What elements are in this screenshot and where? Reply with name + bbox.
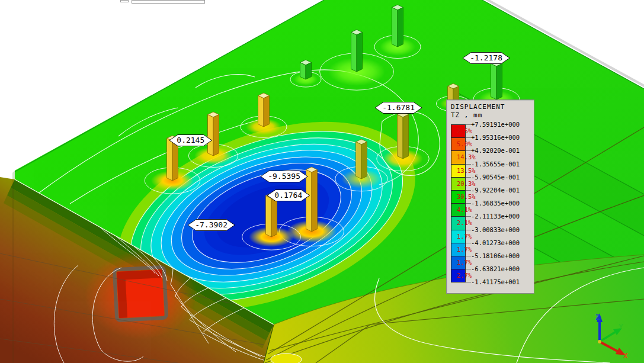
legend-tick	[466, 256, 471, 256]
probe-flag[interactable]: -1.2178	[463, 53, 510, 64]
z-axis-label: Z	[595, 313, 600, 322]
legend-bin-percent: 1.7%	[457, 246, 472, 253]
legend-tick	[466, 230, 471, 230]
pillar	[258, 93, 270, 127]
legend-boundary-value: -9.92204e-001	[471, 187, 520, 194]
probe-flag[interactable]: -9.5395	[261, 171, 307, 182]
legend-boundary-value: -5.90545e-001	[471, 174, 520, 181]
probe-flag-value: -1.2178	[470, 53, 502, 62]
pillar	[491, 61, 502, 99]
legend-tick	[466, 177, 471, 178]
pillar	[300, 60, 312, 79]
legend-boundary-value: +7.59191e+000	[471, 121, 520, 128]
probe-flag-value: -7.3902	[195, 220, 228, 229]
legend-boundary-value: -2.11133e+000	[471, 213, 520, 220]
legend-bin-percent: 1.7%	[457, 233, 472, 240]
legend-boundary-value: -4.01273e+000	[471, 239, 520, 246]
x-axis-label: X	[623, 351, 628, 360]
y-axis-label: Y	[619, 322, 623, 331]
probe-flag[interactable]: 0.1764	[267, 190, 310, 201]
probe-flag-value: 0.2145	[177, 136, 204, 144]
legend-boundary-value: -6.63821e+000	[471, 265, 520, 272]
legend-boundary-value: -3.00833e+000	[471, 226, 520, 233]
legend-boundary-value: +1.95316e+000	[471, 134, 520, 141]
legend-tick	[466, 190, 471, 191]
legend-bin-percent: 2.5%	[457, 127, 472, 134]
legend-tick	[466, 150, 471, 151]
pillar	[208, 112, 219, 156]
legend-panel: DISPLACEMENT TZ , mm 2.5%5.0%14.3%13.5%2…	[446, 99, 534, 294]
window-artifact-small	[120, 0, 129, 2]
pillar	[356, 139, 367, 179]
legend-bin-percent: 20.3%	[457, 180, 476, 187]
legend-tick	[466, 282, 471, 282]
probe-flag[interactable]: 0.2145	[169, 135, 212, 146]
legend-tick	[466, 269, 471, 269]
legend-boundary-value: -5.18106e+000	[471, 252, 520, 259]
pillar	[398, 112, 409, 159]
probe-flag-value: -9.5395	[268, 172, 300, 181]
probe-flag-value: 0.1764	[274, 191, 302, 200]
legend-title: DISPLACEMENT	[451, 103, 505, 111]
legend-bin-percent: 2.1%	[457, 219, 472, 226]
legend-tick	[466, 164, 471, 165]
legend-bin-percent: 2.7%	[457, 272, 472, 279]
legend-bin-percent: 1.7%	[457, 259, 472, 266]
legend-boundary-value: -1.35655e-001	[471, 160, 520, 168]
probe-flag[interactable]: -7.3902	[188, 220, 235, 231]
legend-tick	[466, 216, 471, 217]
legend-bin-percent: 30.5%	[457, 193, 476, 200]
legend-tick	[466, 243, 471, 243]
legend-bin-percent: 14.3%	[457, 153, 476, 160]
window-artifact-wide	[132, 0, 205, 4]
contour-render: Z Y X -1.2178-1.67810.2145-9.53950.1764-…	[0, 0, 644, 363]
legend-bin-percent: 5.0%	[457, 140, 472, 147]
model-viewport[interactable]: Z Y X -1.2178-1.67810.2145-9.53950.1764-…	[0, 0, 644, 363]
legend-tick	[466, 137, 471, 138]
legend-tick	[466, 124, 471, 125]
legend-bin-percent: 4.1%	[457, 206, 472, 213]
legend-boundary-value: -1.36835e+000	[471, 200, 520, 207]
pillar	[351, 30, 363, 72]
pillar	[392, 5, 403, 47]
legend-bin-percent: 13.5%	[457, 167, 476, 174]
legend-boundary-value: -1.41175e+001	[471, 278, 520, 285]
tunnel-box	[114, 267, 166, 320]
legend-tick	[466, 203, 471, 204]
probe-flag-value: -1.6781	[382, 103, 415, 112]
legend-boundary-value: +4.92020e-001	[471, 147, 520, 154]
legend-subtitle: TZ , mm	[451, 111, 482, 119]
probe-flag[interactable]: -1.6781	[375, 102, 422, 114]
